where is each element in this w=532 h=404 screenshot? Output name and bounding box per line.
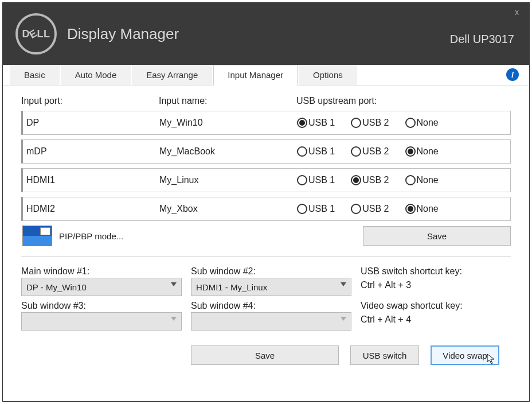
app-window: DELL Display Manager Dell UP3017 x Basic… bbox=[2, 2, 530, 402]
radio-icon bbox=[351, 146, 361, 157]
usb-radio-usb2[interactable]: USB 2 bbox=[351, 175, 389, 185]
radio-icon bbox=[405, 146, 416, 157]
chevron-down-icon bbox=[341, 282, 346, 286]
radio-icon bbox=[405, 204, 416, 214]
input-name-value[interactable]: My_Linux bbox=[159, 175, 297, 185]
video-shortcut-label: Video swap shortcut key: bbox=[361, 301, 511, 311]
monitor-name: Dell UP3017 bbox=[450, 33, 514, 46]
tab-auto-mode[interactable]: Auto Mode bbox=[61, 65, 131, 86]
radio-icon bbox=[297, 204, 307, 214]
lower-grid: Main window #1: DP - My_Win10 Sub window… bbox=[21, 266, 511, 331]
usb-radio-usb2[interactable]: USB 2 bbox=[351, 146, 389, 157]
header-input-port: Input port: bbox=[21, 96, 159, 106]
tab-options[interactable]: Options bbox=[299, 65, 357, 86]
usb-shortcut-label: USB switch shortcut key: bbox=[361, 266, 511, 277]
tab-easy-arrange[interactable]: Easy Arrange bbox=[132, 65, 212, 86]
usb-radio-usb1[interactable]: USB 1 bbox=[297, 175, 335, 185]
usb-radio-usb2[interactable]: USB 2 bbox=[351, 118, 389, 128]
pip-pbp-icon[interactable] bbox=[22, 226, 52, 246]
main-window-value: DP - My_Win10 bbox=[26, 282, 87, 292]
chevron-down-icon bbox=[341, 317, 346, 321]
usb-radio-usb1[interactable]: USB 1 bbox=[297, 146, 335, 157]
usb-radio-group: USB 1USB 2None bbox=[297, 175, 506, 185]
sub-window-2-select[interactable]: HDMI1 - My_Linux bbox=[191, 278, 351, 296]
input-port-value: mDP bbox=[26, 146, 159, 157]
pip-pbp-label[interactable]: PIP/PBP mode... bbox=[59, 231, 123, 241]
close-button[interactable]: x bbox=[515, 7, 519, 17]
info-icon[interactable]: i bbox=[506, 68, 519, 81]
input-port-value: DP bbox=[26, 118, 159, 128]
header-usb-port: USB upstream port: bbox=[296, 96, 511, 106]
main-window-label: Main window #1: bbox=[21, 266, 182, 277]
sub-window-4-label: Sub window #4: bbox=[191, 301, 351, 311]
radio-icon bbox=[297, 146, 307, 157]
usb-radio-group: USB 1USB 2None bbox=[297, 146, 506, 157]
input-name-value[interactable]: My_Xbox bbox=[159, 204, 297, 214]
video-shortcut-value: Ctrl + Alt + 4 bbox=[361, 312, 511, 325]
input-row: HDMI2My_XboxUSB 1USB 2None bbox=[21, 197, 511, 221]
usb-shortcut-value: Ctrl + Alt + 3 bbox=[361, 278, 511, 290]
input-row: HDMI1My_LinuxUSB 1USB 2None bbox=[21, 168, 511, 192]
radio-icon bbox=[351, 118, 361, 128]
radio-icon bbox=[351, 175, 361, 185]
sub-window-2-label: Sub window #2: bbox=[191, 266, 351, 277]
save-windows-button[interactable]: Save bbox=[191, 345, 339, 365]
sub-window-3-label: Sub window #3: bbox=[21, 301, 182, 311]
app-title: Display Manager bbox=[67, 25, 179, 43]
radio-icon bbox=[405, 118, 416, 128]
input-row: DPMy_Win10USB 1USB 2None bbox=[21, 111, 511, 135]
input-row: mDPMy_MacBookUSB 1USB 2None bbox=[21, 139, 511, 164]
radio-icon bbox=[297, 175, 307, 185]
usb-radio-usb1[interactable]: USB 1 bbox=[297, 118, 335, 128]
tab-basic[interactable]: Basic bbox=[10, 65, 60, 86]
cursor-icon bbox=[487, 354, 496, 365]
video-swap-label: Video swap bbox=[443, 351, 487, 360]
titlebar: DELL Display Manager Dell UP3017 x bbox=[3, 3, 529, 65]
sub-window-3-select[interactable] bbox=[21, 312, 182, 331]
column-headers: Input port: Input name: USB upstream por… bbox=[21, 96, 511, 106]
chevron-down-icon bbox=[171, 317, 177, 321]
radio-icon bbox=[297, 118, 307, 128]
save-inputs-button[interactable]: Save bbox=[363, 226, 511, 246]
usb-radio-usb1[interactable]: USB 1 bbox=[297, 204, 335, 214]
usb-switch-button[interactable]: USB switch bbox=[350, 345, 419, 365]
usb-radio-group: USB 1USB 2None bbox=[297, 118, 506, 128]
usb-radio-none[interactable]: None bbox=[405, 175, 439, 185]
video-swap-button[interactable]: Video swap bbox=[431, 345, 499, 365]
pip-row: PIP/PBP mode... Save bbox=[21, 226, 511, 246]
input-port-value: HDMI1 bbox=[26, 175, 159, 185]
input-name-value[interactable]: My_MacBook bbox=[159, 146, 297, 157]
input-name-value[interactable]: My_Win10 bbox=[159, 118, 297, 128]
main-window-select[interactable]: DP - My_Win10 bbox=[21, 278, 182, 296]
usb-radio-none[interactable]: None bbox=[405, 204, 439, 214]
chevron-down-icon bbox=[171, 282, 177, 286]
usb-radio-none[interactable]: None bbox=[405, 146, 439, 157]
usb-radio-group: USB 1USB 2None bbox=[297, 204, 506, 214]
tab-input-manager[interactable]: Input Manager bbox=[213, 65, 298, 86]
input-port-value: HDMI2 bbox=[26, 204, 159, 214]
action-row: Save USB switch Video swap bbox=[21, 345, 511, 365]
radio-icon bbox=[351, 204, 361, 214]
content-area: Input port: Input name: USB upstream por… bbox=[3, 86, 529, 371]
usb-radio-usb2[interactable]: USB 2 bbox=[351, 204, 389, 214]
sub-window-2-value: HDMI1 - My_Linux bbox=[196, 282, 267, 292]
radio-icon bbox=[405, 175, 416, 185]
header-input-name: Input name: bbox=[159, 96, 296, 106]
dell-logo-icon: DELL bbox=[15, 13, 57, 55]
usb-radio-none[interactable]: None bbox=[405, 118, 439, 128]
divider bbox=[21, 257, 511, 257]
tabs-bar: Basic Auto Mode Easy Arrange Input Manag… bbox=[3, 65, 529, 86]
sub-window-4-select[interactable] bbox=[191, 312, 351, 331]
